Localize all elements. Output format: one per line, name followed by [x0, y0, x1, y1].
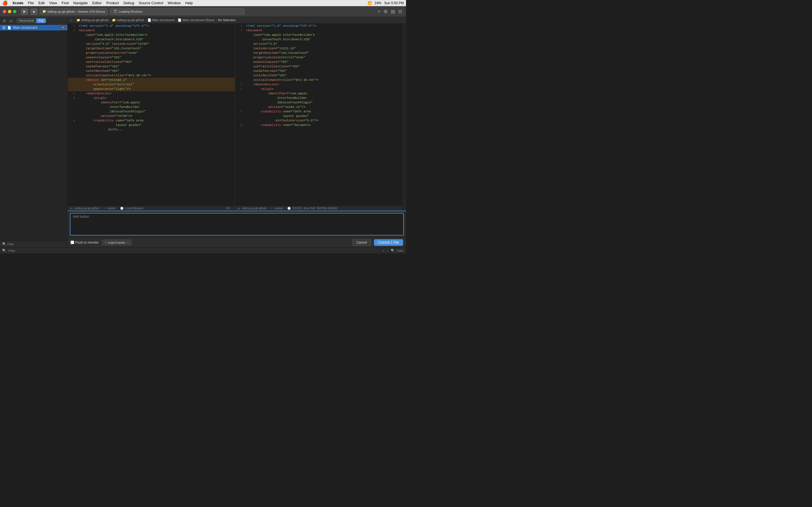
menu-window[interactable]: Window: [168, 1, 181, 5]
file-checkbox[interactable]: [2, 26, 6, 29]
spinner-icon: [114, 10, 117, 13]
scheme-selector[interactable]: 📁 setting-up-git-github › Generic iOS De…: [40, 8, 108, 15]
device-name: Generic iOS Device: [78, 10, 105, 13]
branch-icon: 🗂: [238, 207, 240, 210]
code-line: version="3.0" toolsVersion="15705": [68, 42, 235, 46]
breadcrumb-repo2[interactable]: 📁 setting-up-git-github: [112, 18, 144, 22]
hierarchical-btn[interactable]: Hierarchical: [16, 18, 36, 23]
flat-btn[interactable]: Flat: [36, 18, 46, 23]
run-button[interactable]: ▶: [21, 8, 28, 15]
filter-label: Filter: [7, 242, 14, 246]
maximize-button[interactable]: [13, 10, 16, 13]
code-line: .InterfaceBuilder: [235, 96, 402, 100]
commit-file-button[interactable]: Commit 1 File: [374, 239, 403, 246]
menu-view[interactable]: View: [49, 1, 57, 5]
code-line: version="13104.12"/>: [235, 105, 402, 109]
push-checkbox-input[interactable]: [70, 240, 74, 244]
menu-source-control[interactable]: Source Control: [139, 1, 163, 5]
code-line: 5 <plugIn: [68, 96, 235, 100]
remove-file-icon[interactable]: −: [387, 249, 388, 252]
sidebar-folder-icon[interactable]: 🗂: [8, 18, 14, 23]
code-line: identifier="com.apple: [235, 91, 402, 96]
right-code-view[interactable]: 1 <?xml version="1.0" encoding="UTF-8"?>…: [235, 24, 402, 206]
breadcrumb-base[interactable]: 📄 Main.storyboard (Base): [177, 18, 214, 22]
code-line: 3 <dependencies>: [235, 82, 402, 87]
code-line: 1 <?xml version="1.0" encoding="UTF-8"?>: [68, 24, 235, 28]
breadcrumb-file[interactable]: 📄 Main.storyboard: [147, 18, 174, 22]
menu-editor[interactable]: Editor: [92, 1, 102, 5]
code-line: 2 <document: [68, 28, 235, 33]
close-button[interactable]: [3, 10, 6, 13]
commit-message-input[interactable]: Add button: [70, 213, 404, 235]
list-item[interactable]: 📄 Main.storyboard M: [0, 25, 67, 31]
menu-find[interactable]: Find: [61, 1, 68, 5]
left-code-view[interactable]: 1 <?xml version="1.0" encoding="UTF-8"?>…: [68, 24, 235, 206]
sidebar-nav-icon[interactable]: ⊞: [2, 18, 7, 23]
storyboard-icon: 📄: [7, 26, 11, 30]
code-line: targetRuntime="iOS.CocoaTouch": [235, 51, 402, 55]
code-line-highlighted: appearance="light"/>: [68, 87, 235, 91]
filter-icon: 🔍: [2, 249, 6, 252]
code-line: layout guides": [235, 114, 402, 118]
filter-label-right: Filter: [397, 249, 404, 252]
breadcrumb: 📁 setting-up-git-github › 📁 setting-up-g…: [74, 17, 406, 24]
code-line: 6 <capability name="Safe area: [68, 118, 235, 123]
branch-icon2: ⑂: [104, 207, 105, 210]
code-line: useSafeAreas="YES": [235, 69, 402, 73]
add-file-icon[interactable]: +: [383, 249, 384, 252]
menu-xcode[interactable]: Xcode: [12, 1, 23, 5]
breadcrumb-repo1[interactable]: 📁 setting-up-git-github: [77, 18, 109, 22]
code-line: useAutolayout="YES": [235, 60, 402, 64]
menu-product[interactable]: Product: [106, 1, 119, 5]
right-editor-pane: 1 <?xml version="1.0" encoding="UTF-8"?>…: [235, 24, 402, 211]
filter-icon: 🔍: [2, 242, 6, 246]
scrollbar-gutter: [402, 24, 406, 211]
apple-menu[interactable]: 🍎: [2, 0, 8, 6]
minimize-button[interactable]: [8, 10, 11, 13]
cancel-button[interactable]: Cancel: [352, 239, 371, 246]
code-line: .IBCocoaTouchPlugin": [235, 100, 402, 105]
code-line: .CocoaTouch.Storyboard.XIB": [235, 37, 402, 42]
sidebar-file-list: 📄 Main.storyboard M: [0, 25, 67, 240]
branch-icon: 🗂: [70, 207, 73, 210]
menu-help[interactable]: Help: [185, 1, 193, 5]
battery-status: 24%: [375, 1, 382, 5]
menu-edit[interactable]: Edit: [38, 1, 45, 5]
code-line: version="15706"/> 2 ∨: [68, 114, 235, 118]
stop-button[interactable]: ■: [31, 8, 38, 15]
code-line: initialViewController="BYZ-38-t0r">: [235, 78, 402, 82]
left-statusbar: 🗂 setting-up-git-github › ⑂ master › 🕐 L…: [68, 206, 235, 211]
code-line: type="com.apple.InterfaceBuilder3: [235, 33, 402, 37]
menu-file[interactable]: File: [28, 1, 34, 5]
code-line: useSafeAreas="YES": [68, 64, 235, 69]
code-line: 6 <capability name="documents: [235, 123, 402, 127]
code-line: targetRuntime="iOS.CocoaTouch": [68, 46, 235, 51]
code-line: .InterfaceBuilder: [68, 105, 235, 109]
inspector-button[interactable]: ⊟: [397, 8, 403, 15]
split-view-button[interactable]: ⊞: [383, 8, 389, 15]
forward-arrow[interactable]: ›: [71, 18, 72, 22]
code-line: layout guides": [68, 123, 235, 127]
code-line: colorMatched="YES": [68, 69, 235, 73]
code-line: 4 <plugIn: [235, 87, 402, 91]
add-button[interactable]: +: [377, 8, 382, 15]
menu-debug[interactable]: Debug: [123, 1, 134, 5]
code-line: minToolsVersion="9.0"/>: [235, 118, 402, 123]
sidebar-toolbar: ⊞ 🗂 Hierarchical Flat: [0, 17, 67, 25]
left-page: 1/6: [226, 207, 230, 210]
push-to-remote-checkbox[interactable]: Push to remote:: [70, 240, 99, 244]
clock: Sun 5:50 PM: [384, 1, 404, 5]
status-bar: 🔍 Filter + − 🔍 Filter: [0, 247, 406, 253]
layout-button[interactable]: ▤: [390, 8, 396, 15]
code-line: propertyAccessControl="none": [68, 51, 235, 55]
remote-branch-selector[interactable]: ⑂ origin/master ⌄: [102, 240, 132, 245]
menu-navigate[interactable]: Navigate: [73, 1, 88, 5]
left-repo: setting-up-git-github: [74, 207, 99, 210]
code-line-highlighted: orientation="portrait": [68, 82, 235, 87]
code-line: colorMatched="YES": [235, 73, 402, 78]
code-line: .IBCocoaTouchPlugin": [68, 109, 235, 114]
branch-icon: ⑂: [105, 241, 107, 244]
code-line: 4 <dependencies> 1 ∨: [68, 91, 235, 96]
back-arrow[interactable]: ‹: [69, 18, 70, 22]
editor-area: ‹ › 📁 setting-up-git-github › 📁 setting-…: [68, 17, 406, 247]
